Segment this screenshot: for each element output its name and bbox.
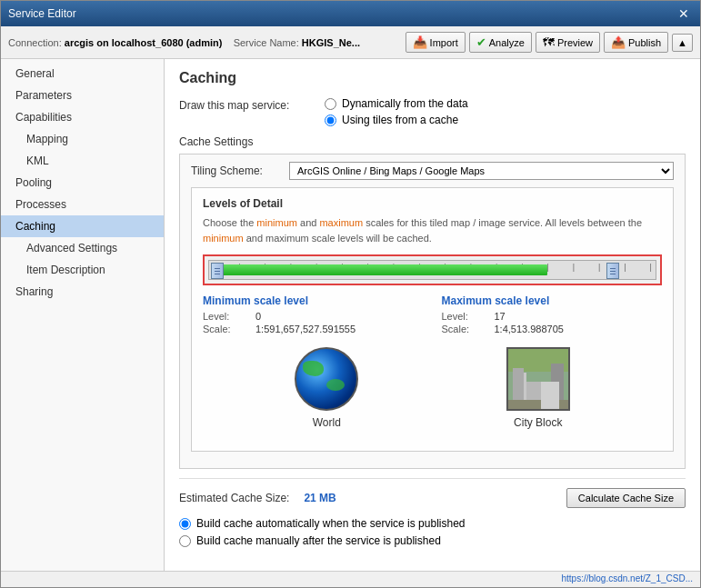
scale-info: Minimum scale level Level: 0 Scale: 1:59… — [203, 294, 662, 336]
sidebar-item-mapping[interactable]: Mapping — [1, 128, 164, 150]
min-level-value: 0 — [255, 311, 261, 322]
import-label: Import — [430, 37, 458, 48]
sidebar-label-pooling: Pooling — [15, 176, 52, 189]
content-area: Caching Draw this map service: Dynamical… — [165, 59, 700, 571]
sidebar-item-parameters[interactable]: Parameters — [1, 85, 164, 106]
handle-lines-right — [610, 268, 616, 274]
import-button[interactable]: 📥 Import — [406, 32, 466, 53]
min-scale-title: Minimum scale level — [203, 294, 424, 307]
highlight-maximum: maximum — [319, 217, 363, 228]
radio-dynamic-label: Dynamically from the data — [342, 97, 468, 110]
sidebar: General Parameters Capabilities Mapping … — [1, 59, 165, 571]
connection-info: Connection: arcgis on localhost_6080 (ad… — [8, 37, 402, 48]
min-scale-col: Minimum scale level Level: 0 Scale: 1:59… — [203, 294, 424, 336]
sidebar-label-advanced-settings: Advanced Settings — [26, 242, 117, 254]
slider-handle-left[interactable] — [211, 263, 224, 279]
sidebar-item-item-description[interactable]: Item Description — [1, 259, 164, 281]
preview-button[interactable]: 🗺 Preview — [536, 32, 600, 53]
min-scale-row: Scale: 1:591,657,527.591555 — [203, 324, 424, 334]
bottom-section: Estimated Cache Size: 21 MB Calculate Ca… — [179, 478, 686, 547]
sidebar-label-sharing: Sharing — [15, 285, 53, 298]
publish-button[interactable]: 📤 Publish — [604, 32, 668, 53]
service-name-label: Service Name: — [234, 37, 299, 48]
max-scale-key: Scale: — [442, 324, 487, 334]
min-scale-key: Scale: — [203, 324, 248, 334]
thumbnails: World City Block — [203, 347, 662, 429]
radio-dynamic[interactable] — [325, 98, 336, 110]
toolbar: Connection: arcgis on localhost_6080 (ad… — [1, 26, 700, 59]
sidebar-item-kml[interactable]: KML — [1, 150, 164, 172]
sidebar-label-capabilities: Capabilities — [15, 111, 72, 124]
url-bar: https://blog.csdn.net/Z_1_CSD... — [1, 571, 700, 587]
connection-label: Connection: — [8, 37, 62, 48]
max-level-row: Level: 17 — [442, 311, 663, 322]
radio-dynamic-option[interactable]: Dynamically from the data — [325, 97, 686, 110]
tiling-scheme-select[interactable]: ArcGIS Online / Bing Maps / Google Maps … — [289, 162, 674, 180]
build-auto-label: Build cache automatically when the servi… — [196, 517, 466, 530]
radio-tiles[interactable] — [325, 115, 336, 126]
sidebar-item-advanced-settings[interactable]: Advanced Settings — [1, 237, 164, 259]
import-icon: 📥 — [413, 35, 427, 49]
sidebar-label-item-description: Item Description — [26, 264, 105, 276]
sidebar-item-general[interactable]: General — [1, 63, 164, 85]
sidebar-item-capabilities[interactable]: Capabilities — [1, 106, 164, 128]
sidebar-item-sharing[interactable]: Sharing — [1, 281, 164, 303]
sidebar-label-mapping: Mapping — [26, 133, 68, 145]
analyze-button[interactable]: ✔ Analyze — [469, 32, 532, 53]
sidebar-item-pooling[interactable]: Pooling — [1, 172, 164, 194]
expand-button[interactable]: ▲ — [672, 34, 693, 52]
build-auto-option[interactable]: Build cache automatically when the servi… — [179, 517, 686, 530]
sidebar-label-general: General — [15, 67, 55, 80]
cache-settings-box: Tiling Scheme: ArcGIS Online / Bing Maps… — [179, 154, 686, 469]
build-manual-option[interactable]: Build cache manually after the service i… — [179, 534, 686, 547]
analyze-icon: ✔ — [476, 35, 486, 49]
close-button[interactable]: ✕ — [675, 6, 693, 21]
radio-build-manual[interactable] — [179, 535, 191, 547]
tiling-row: Tiling Scheme: ArcGIS Online / Bing Maps… — [191, 162, 674, 180]
slider-fill — [213, 264, 547, 275]
service-name-value: HKGIS_Ne... — [302, 37, 360, 48]
radio-tiles-label: Using tiles from a cache — [342, 114, 458, 126]
world-label: World — [313, 416, 341, 429]
scale-slider-container[interactable]: |||||||||||||||||| — [203, 254, 662, 285]
sidebar-label-parameters: Parameters — [15, 89, 72, 102]
cache-size-row: Estimated Cache Size: 21 MB Calculate Ca… — [179, 488, 686, 508]
city-label: City Block — [514, 416, 562, 429]
max-scale-title: Maximum scale level — [442, 294, 663, 307]
world-thumbnail: World — [295, 347, 358, 429]
sidebar-label-processes: Processes — [15, 198, 66, 211]
max-scale-value: 1:4,513.988705 — [495, 324, 564, 334]
slider-handle-right[interactable] — [606, 263, 619, 279]
build-manual-label: Build cache manually after the service i… — [196, 534, 441, 547]
draw-service-label: Draw this map service: — [179, 97, 325, 112]
publish-label: Publish — [628, 37, 661, 48]
city-road — [508, 400, 568, 409]
globe-image — [295, 347, 358, 411]
max-level-key: Level: — [442, 311, 487, 322]
radio-build-auto[interactable] — [179, 518, 191, 530]
city-image — [506, 347, 570, 411]
radio-tiles-option[interactable]: Using tiles from a cache — [325, 114, 686, 126]
window-title: Service Editor — [8, 7, 76, 20]
cache-size-label: Estimated Cache Size: — [179, 492, 289, 504]
slider-track[interactable]: |||||||||||||||||| — [208, 260, 656, 280]
min-level-key: Level: — [203, 311, 248, 322]
draw-service-options: Dynamically from the data Using tiles fr… — [325, 97, 686, 126]
url-text: https://blog.csdn.net/Z_1_CSD... — [561, 573, 693, 583]
levels-desc: Choose the minimum and maximum scales fo… — [203, 215, 662, 245]
max-level-value: 17 — [495, 311, 506, 322]
levels-of-detail-box: Levels of Detail Choose the minimum and … — [191, 187, 674, 452]
sidebar-item-caching[interactable]: Caching — [1, 215, 164, 237]
highlight-minimum2: minimum — [203, 233, 244, 244]
publish-icon: 📤 — [611, 35, 626, 49]
connection-value: arcgis on localhost_6080 (admin) — [65, 37, 223, 48]
calculate-cache-size-button[interactable]: Calculate Cache Size — [566, 488, 686, 508]
city-thumbnail: City Block — [506, 347, 570, 429]
sidebar-item-processes[interactable]: Processes — [1, 194, 164, 215]
analyze-label: Analyze — [489, 37, 525, 48]
max-scale-row: Scale: 1:4,513.988705 — [442, 324, 663, 334]
service-editor-window: Service Editor ✕ Connection: arcgis on l… — [0, 0, 701, 588]
main-content: General Parameters Capabilities Mapping … — [1, 59, 700, 571]
tiling-label: Tiling Scheme: — [191, 164, 282, 177]
highlight-minimum: minimum — [256, 217, 297, 228]
